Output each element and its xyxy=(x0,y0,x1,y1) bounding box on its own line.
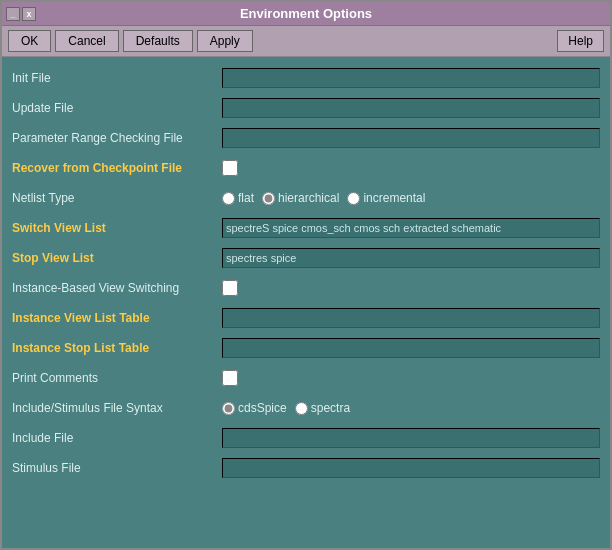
recover-row: Recover from Checkpoint File xyxy=(12,153,600,183)
include-file-row: Include File xyxy=(12,423,600,453)
stop-view-input[interactable] xyxy=(222,248,600,268)
stop-view-label: Stop View List xyxy=(12,251,222,265)
instance-switching-row: Instance-Based View Switching xyxy=(12,273,600,303)
window-controls: _ x xyxy=(6,7,36,21)
netlist-hierarchical-radio[interactable] xyxy=(262,192,275,205)
instance-view-input[interactable] xyxy=(222,308,600,328)
update-file-input[interactable] xyxy=(222,98,600,118)
stimulus-file-row: Stimulus File xyxy=(12,453,600,483)
netlist-incremental-option[interactable]: incremental xyxy=(347,191,425,205)
toolbar: OK Cancel Defaults Apply Help xyxy=(2,26,610,57)
init-file-input[interactable] xyxy=(222,68,600,88)
netlist-type-group: flat hierarchical incremental xyxy=(222,191,600,205)
instance-view-label: Instance View List Table xyxy=(12,311,222,325)
instance-stop-input[interactable] xyxy=(222,338,600,358)
minimize-button[interactable]: _ xyxy=(6,7,20,21)
netlist-type-label: Netlist Type xyxy=(12,191,222,205)
syntax-cdsspice-radio[interactable] xyxy=(222,402,235,415)
update-file-row: Update File xyxy=(12,93,600,123)
instance-view-row: Instance View List Table xyxy=(12,303,600,333)
window-title: Environment Options xyxy=(240,6,372,21)
environment-options-window: _ x Environment Options OK Cancel Defaul… xyxy=(0,0,612,550)
switch-view-label: Switch View List xyxy=(12,221,222,235)
param-range-row: Parameter Range Checking File xyxy=(12,123,600,153)
param-range-input[interactable] xyxy=(222,128,600,148)
recover-checkbox[interactable] xyxy=(222,160,238,176)
init-file-row: Init File xyxy=(12,63,600,93)
close-button[interactable]: x xyxy=(22,7,36,21)
include-file-label: Include File xyxy=(12,431,222,445)
netlist-flat-option[interactable]: flat xyxy=(222,191,254,205)
cancel-button[interactable]: Cancel xyxy=(55,30,118,52)
stimulus-file-input[interactable] xyxy=(222,458,600,478)
defaults-button[interactable]: Defaults xyxy=(123,30,193,52)
netlist-incremental-radio[interactable] xyxy=(347,192,360,205)
syntax-cdsspice-option[interactable]: cdsSpice xyxy=(222,401,287,415)
init-file-label: Init File xyxy=(12,71,222,85)
param-range-label: Parameter Range Checking File xyxy=(12,131,222,145)
include-stimulus-label: Include/Stimulus File Syntax xyxy=(12,401,222,415)
print-comments-checkbox[interactable] xyxy=(222,370,238,386)
print-comments-label: Print Comments xyxy=(12,371,222,385)
instance-stop-label: Instance Stop List Table xyxy=(12,341,222,355)
syntax-spectra-option[interactable]: spectra xyxy=(295,401,350,415)
stimulus-file-label: Stimulus File xyxy=(12,461,222,475)
netlist-type-row: Netlist Type flat hierarchical increment… xyxy=(12,183,600,213)
form-content: Init File Update File Parameter Range Ch… xyxy=(2,57,610,548)
include-stimulus-row: Include/Stimulus File Syntax cdsSpice sp… xyxy=(12,393,600,423)
instance-switching-label: Instance-Based View Switching xyxy=(12,281,222,295)
netlist-flat-radio[interactable] xyxy=(222,192,235,205)
switch-view-input[interactable] xyxy=(222,218,600,238)
stop-view-row: Stop View List xyxy=(12,243,600,273)
switch-view-row: Switch View List xyxy=(12,213,600,243)
update-file-label: Update File xyxy=(12,101,222,115)
help-button[interactable]: Help xyxy=(557,30,604,52)
syntax-spectra-radio[interactable] xyxy=(295,402,308,415)
instance-stop-row: Instance Stop List Table xyxy=(12,333,600,363)
netlist-hierarchical-option[interactable]: hierarchical xyxy=(262,191,339,205)
apply-button[interactable]: Apply xyxy=(197,30,253,52)
ok-button[interactable]: OK xyxy=(8,30,51,52)
include-file-input[interactable] xyxy=(222,428,600,448)
syntax-group: cdsSpice spectra xyxy=(222,401,600,415)
print-comments-row: Print Comments xyxy=(12,363,600,393)
instance-switching-checkbox[interactable] xyxy=(222,280,238,296)
title-bar: _ x Environment Options xyxy=(2,2,610,26)
recover-label: Recover from Checkpoint File xyxy=(12,161,222,175)
